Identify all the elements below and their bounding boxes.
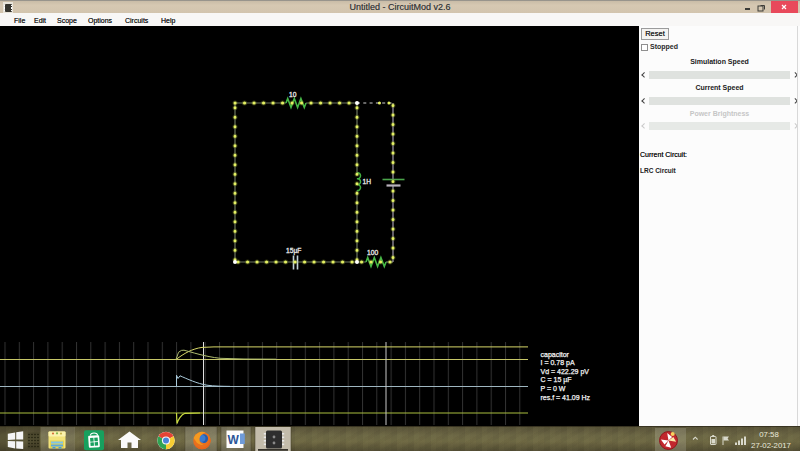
svg-text:15µF: 15µF: [286, 247, 301, 255]
svg-text:1H: 1H: [363, 178, 372, 185]
svg-text:I = 0.78 pA: I = 0.78 pA: [541, 359, 575, 367]
svg-text:W: W: [228, 433, 240, 447]
svg-text:res.f = 41.09 Hz: res.f = 41.09 Hz: [541, 394, 591, 401]
svg-text:100: 100: [367, 249, 378, 256]
svg-text:C = 15 µF: C = 15 µF: [541, 376, 572, 384]
svg-text:Vd = 422.29 pV: Vd = 422.29 pV: [541, 368, 590, 376]
svg-text:capacitor: capacitor: [541, 351, 570, 359]
svg-text:27-02-2017: 27-02-2017: [751, 441, 791, 450]
svg-text:10: 10: [289, 91, 297, 98]
svg-text:07:58: 07:58: [759, 430, 779, 439]
svg-text:P = 0 W: P = 0 W: [541, 385, 566, 392]
